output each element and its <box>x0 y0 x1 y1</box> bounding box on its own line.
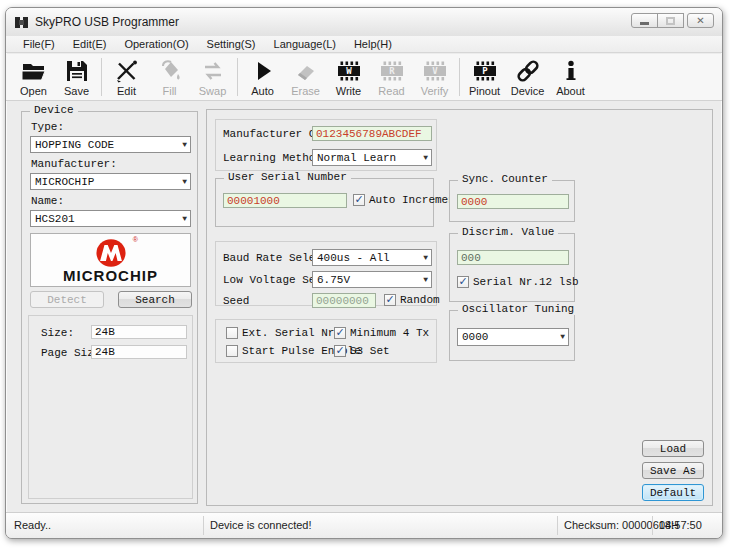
manufacturer-code-input[interactable]: 0123456789ABCDEF <box>312 126 432 141</box>
status-ready: Ready.. <box>14 519 51 531</box>
user-serial-input[interactable]: 00001000 <box>223 193 347 208</box>
manufacturer-label: Manufacturer: <box>31 158 117 170</box>
serial12lsb-checkbox[interactable]: ✓ Serial Nr.12 lsb <box>457 276 579 288</box>
menu-setting[interactable]: Setting(S) <box>198 38 265 50</box>
menu-help[interactable]: Help(H) <box>345 38 401 50</box>
minimize-button[interactable] <box>631 13 658 28</box>
toolbar-write-label: Write <box>336 85 361 97</box>
manufacturer-code-box: Manufacturer Code 0123456789ABCDEF Learn… <box>215 119 437 171</box>
chip-v-icon: V <box>422 58 448 85</box>
ext-serial-checkbox[interactable]: Ext. Serial Nr. <box>226 327 341 339</box>
device-type-select[interactable]: HOPPING CODE ▼ <box>30 136 191 153</box>
chevron-down-icon: ▼ <box>423 254 428 262</box>
device-type-value: HOPPING CODE <box>35 139 114 151</box>
toolbar-auto-button[interactable]: Auto <box>241 55 284 99</box>
minimize-icon <box>640 22 649 25</box>
chevron-down-icon: ▼ <box>182 178 187 186</box>
auto-increment-checkbox[interactable]: ✓ Auto Increment <box>353 194 461 206</box>
checkbox-unchecked-icon <box>226 327 238 339</box>
menu-language[interactable]: Language(L) <box>265 38 345 50</box>
menu-bar: File(F) Edit(E) Operation(O) Setting(S) … <box>6 36 722 53</box>
toolbar-write-button[interactable]: W Write <box>327 55 370 99</box>
svg-text:W: W <box>346 66 352 76</box>
default-button[interactable]: Default <box>642 484 704 501</box>
toolbar-verify-label: Verify <box>421 85 449 97</box>
random-checkbox[interactable]: ✓ Random <box>384 294 440 306</box>
flags-box: Ext. Serial Nr. ✓ Minimum 4 Tx Start Pul… <box>215 319 437 363</box>
menu-edit[interactable]: Edit(E) <box>64 38 116 50</box>
device-manufacturer-value: MICROCHIP <box>35 176 94 188</box>
svg-text:R: R <box>389 66 395 76</box>
floppy-save-icon <box>64 58 90 85</box>
baud-rate-select[interactable]: 400us - All ▼ <box>312 249 432 266</box>
svg-text:V: V <box>432 66 438 76</box>
status-divider <box>203 516 204 535</box>
toolbar-fill-button: Fill <box>148 55 191 99</box>
toolbar-about-button[interactable]: About <box>549 55 592 99</box>
oscillator-tuning-value: 0000 <box>462 331 488 343</box>
oscillator-tuning-select[interactable]: 0000 ▼ <box>457 328 569 346</box>
seed-input[interactable]: 00000000 <box>312 293 376 308</box>
load-button[interactable]: Load <box>642 440 704 457</box>
toolbar-separator <box>459 58 460 96</box>
app-window: SkyPRO USB Programmer ✕ File(F) Edit(E) … <box>5 7 723 539</box>
logo-wordmark: MICROCHIP <box>63 267 158 284</box>
checkbox-checked-icon: ✓ <box>384 294 396 306</box>
toolbar-device-label: Device <box>511 85 545 97</box>
toolbar-pinout-button[interactable]: P Pinout <box>463 55 506 99</box>
registered-mark: ® <box>133 236 138 243</box>
sync-counter-group: Sync. Counter 0000 <box>449 180 575 222</box>
low-voltage-value: 6.75V <box>317 274 350 286</box>
learning-method-label: Learning Method <box>223 152 322 164</box>
chevron-down-icon: ▼ <box>182 215 187 223</box>
window-title: SkyPRO USB Programmer <box>35 15 179 29</box>
chip-p-icon: P <box>472 58 498 85</box>
discrim-value-title: Discrim. Value <box>458 226 558 238</box>
device-group-title: Device <box>30 104 78 116</box>
toolbar-edit-button[interactable]: Edit <box>105 55 148 99</box>
baud-rate-value: 400us - All <box>317 252 390 264</box>
search-button[interactable]: Search <box>118 291 192 308</box>
s3set-checkbox[interactable]: ✓ S3 Set <box>334 345 390 357</box>
toolbar-open-button[interactable]: Open <box>12 55 55 99</box>
size-value: 24B <box>91 325 187 339</box>
save-as-button[interactable]: Save As <box>642 462 704 479</box>
minimum4tx-checkbox[interactable]: ✓ Minimum 4 Tx <box>334 327 429 339</box>
toolbar-device-button[interactable]: Device <box>506 55 549 99</box>
device-name-value: HCS201 <box>35 213 75 225</box>
device-name-select[interactable]: HCS201 ▼ <box>30 210 191 227</box>
info-icon <box>558 58 584 85</box>
chevron-down-icon: ▼ <box>423 154 428 162</box>
checkbox-checked-icon: ✓ <box>334 345 346 357</box>
toolbar-about-label: About <box>556 85 585 97</box>
sync-counter-title: Sync. Counter <box>458 173 552 185</box>
device-info-box: Size: 24B Page Size: 24B <box>28 315 193 499</box>
menu-file[interactable]: File(F) <box>14 38 64 50</box>
device-manufacturer-select[interactable]: MICROCHIP ▼ <box>30 173 191 190</box>
status-divider <box>557 516 558 535</box>
low-voltage-select[interactable]: 6.75V ▼ <box>312 271 432 288</box>
toolbar-erase-button: Erase <box>284 55 327 99</box>
toolbar-separator <box>237 58 238 96</box>
learning-method-select[interactable]: Normal Learn ▼ <box>312 149 432 166</box>
chevron-down-icon: ▼ <box>423 276 428 284</box>
toolbar: Open Save Edit Fill Swap Auto <box>6 54 722 101</box>
close-icon: ✕ <box>696 16 704 26</box>
toolbar-swap-label: Swap <box>199 85 227 97</box>
toolbar-erase-label: Erase <box>291 85 320 97</box>
close-button[interactable]: ✕ <box>687 13 714 28</box>
link-icon <box>515 58 541 85</box>
menu-operation[interactable]: Operation(O) <box>115 38 197 50</box>
oscillator-tuning-group: Oscillator Tuning 0000 ▼ <box>449 310 575 361</box>
folder-open-icon <box>21 58 47 85</box>
title-bar[interactable]: SkyPRO USB Programmer ✕ <box>6 8 722 36</box>
app-icon <box>14 15 29 30</box>
baud-rate-box: Baud Rate Select 400us - All ▼ Low Volta… <box>215 241 437 306</box>
toolbar-verify-button: V Verify <box>413 55 456 99</box>
discrim-value-input[interactable]: 000 <box>457 250 569 265</box>
sync-counter-input[interactable]: 0000 <box>457 194 569 209</box>
checkbox-unchecked-icon <box>226 345 238 357</box>
status-bar: Ready.. Device is connected! Checksum: 0… <box>6 512 722 538</box>
type-label: Type: <box>31 121 64 133</box>
toolbar-save-button[interactable]: Save <box>55 55 98 99</box>
